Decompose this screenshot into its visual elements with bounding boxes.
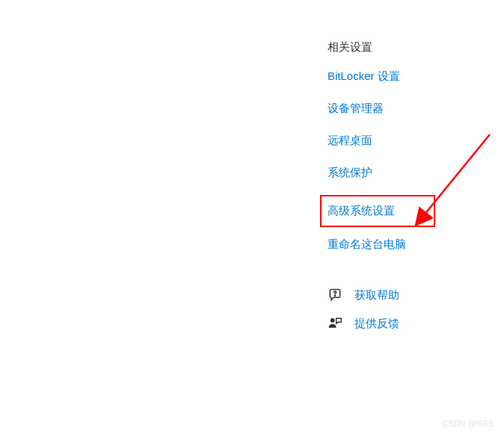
- link-device-manager[interactable]: 设备管理器: [328, 102, 422, 116]
- link-remote-desktop[interactable]: 远程桌面: [328, 134, 422, 148]
- chat-question-icon: [328, 288, 342, 303]
- give-feedback-link[interactable]: 提供反馈: [328, 316, 422, 331]
- help-section: 获取帮助 提供反馈: [328, 288, 422, 331]
- link-system-protection[interactable]: 系统保护: [328, 166, 422, 180]
- get-help-link[interactable]: 获取帮助: [328, 288, 422, 303]
- get-help-label: 获取帮助: [354, 288, 399, 303]
- svg-point-0: [335, 292, 336, 293]
- give-feedback-label: 提供反馈: [354, 317, 399, 331]
- link-rename-pc[interactable]: 重命名这台电脑: [328, 238, 422, 252]
- watermark: CSDN @%E5: [442, 419, 494, 428]
- link-bitlocker-settings[interactable]: BitLocker 设置: [328, 69, 422, 84]
- related-settings-title: 相关设置: [328, 40, 422, 55]
- related-settings-panel: 相关设置 BitLocker 设置 设备管理器 远程桌面 系统保护 高级系统设置…: [328, 40, 422, 344]
- link-advanced-system-settings[interactable]: 高级系统设置: [320, 195, 435, 227]
- svg-point-2: [331, 318, 335, 323]
- feedback-icon: [328, 316, 342, 331]
- svg-point-1: [334, 295, 335, 296]
